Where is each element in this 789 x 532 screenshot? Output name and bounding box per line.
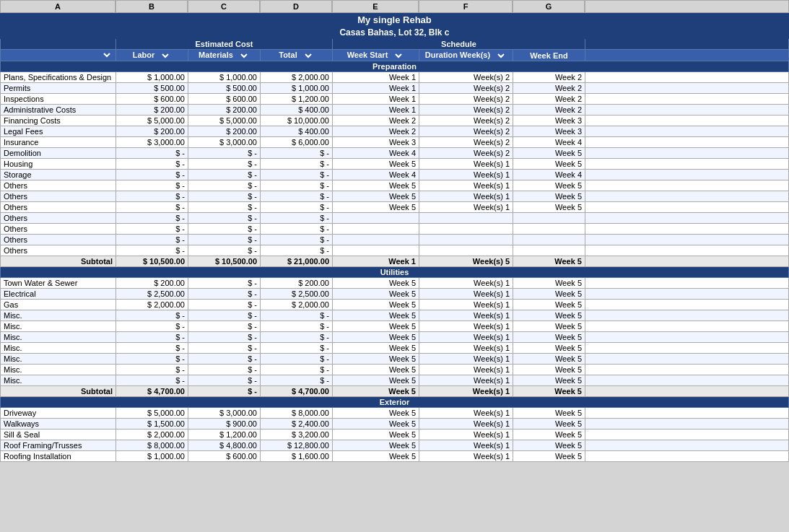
row-value: Week 5 [333, 343, 419, 354]
row-value: Week 5 [333, 289, 419, 300]
materials-dropdown[interactable] [235, 51, 250, 60]
table-row: Misc.$ -$ -$ -Week 5Week(s) 1Week 5 [1, 375, 789, 386]
row-value: Week(s) 1 [419, 300, 513, 310]
row-value [585, 94, 789, 105]
row-value: Week(s) 2 [419, 83, 513, 94]
row-value: $ 5,000.00 [116, 115, 188, 126]
name-filter-dropdown[interactable] [4, 51, 113, 60]
row-value: $ - [261, 159, 333, 170]
row-value: $ - [116, 202, 188, 213]
utilities-subtotal-label: Subtotal [1, 386, 116, 397]
row-name: Demolition [1, 148, 116, 159]
col-letter-f: F [419, 0, 513, 13]
row-value: Week 3 [513, 126, 585, 137]
row-name: Driveway [1, 408, 116, 419]
row-value: Week(s) 2 [419, 105, 513, 115]
row-value: Week(s) 2 [419, 137, 513, 148]
preparation-label: Preparation [1, 61, 789, 72]
row-value: $ 200.00 [261, 278, 333, 289]
row-value: Week 5 [333, 159, 419, 170]
row-value: $ - [116, 235, 188, 245]
row-value: $ - [261, 245, 333, 256]
exterior-label: Exterior [1, 397, 789, 408]
row-name: Permits [1, 83, 116, 94]
row-value: $ - [116, 159, 188, 170]
row-value [585, 148, 789, 159]
row-value: Week(s) 1 [419, 419, 513, 429]
row-value [585, 451, 789, 462]
labor-label: Labor [133, 51, 155, 59]
row-value: Week 1 [333, 72, 419, 83]
col-letter-e: E [332, 0, 419, 13]
row-value: Week 5 [333, 310, 419, 321]
table-row: Driveway$ 5,000.00$ 3,000.00$ 8,000.00We… [1, 408, 789, 419]
row-name: Roofing Installation [1, 451, 116, 462]
preparation-subtotal-extra [585, 256, 789, 267]
row-value: $ - [261, 375, 333, 386]
row-value: $ - [261, 235, 333, 245]
materials-header: Materials [188, 50, 261, 61]
row-value: Week(s) 1 [419, 321, 513, 332]
duration-dropdown[interactable] [492, 51, 507, 60]
labor-dropdown[interactable] [157, 51, 171, 60]
row-value [585, 191, 789, 202]
row-value: Week 5 [513, 310, 585, 321]
row-name: Misc. [1, 321, 116, 332]
row-value: Week(s) 2 [419, 148, 513, 159]
row-value: $ - [261, 148, 333, 159]
row-value [419, 245, 513, 256]
row-value: Week 5 [333, 440, 419, 451]
row-value [585, 332, 789, 343]
table-row: Sill & Seal$ 2,000.00$ 1,200.00$ 3,200.0… [1, 429, 789, 440]
row-value: Week(s) 1 [419, 343, 513, 354]
row-name: Roof Framing/Trusses [1, 440, 116, 451]
utilities-subtotal-labor: $ 4,700.00 [116, 386, 188, 397]
row-value: Week 5 [513, 278, 585, 289]
row-value: Week 5 [333, 278, 419, 289]
week-start-dropdown[interactable] [390, 51, 404, 60]
table-row: Others$ -$ -$ -Week 5Week(s) 1Week 5 [1, 180, 789, 191]
row-value: $ 400.00 [261, 126, 333, 137]
row-value: $ 200.00 [116, 105, 188, 115]
table-row: Others$ -$ -$ - [1, 245, 789, 256]
row-value: Week(s) 1 [419, 408, 513, 419]
row-value: Week 4 [333, 148, 419, 159]
row-value: $ - [116, 321, 188, 332]
utilities-subtotal-week-end: Week 5 [513, 386, 585, 397]
row-value: $ 600.00 [116, 94, 188, 105]
preparation-subtotal-materials: $ 10,500.00 [188, 256, 261, 267]
utilities-subtotal-week-start: Week 5 [333, 386, 419, 397]
row-name: Housing [1, 159, 116, 170]
table-row: Misc.$ -$ -$ -Week 5Week(s) 1Week 5 [1, 321, 789, 332]
row-value: Week(s) 1 [419, 354, 513, 365]
row-value [585, 375, 789, 386]
row-value: $ 2,400.00 [261, 419, 333, 429]
total-dropdown[interactable] [300, 51, 314, 60]
preparation-subtotal-week-end: Week 5 [513, 256, 585, 267]
row-value [585, 289, 789, 300]
row-value: $ - [188, 180, 261, 191]
row-value [585, 300, 789, 310]
row-value: Week 5 [513, 365, 585, 375]
row-value [333, 245, 419, 256]
row-value: $ 1,000.00 [261, 83, 333, 94]
preparation-subtotal-labor: $ 10,500.00 [116, 256, 188, 267]
row-value: Week 5 [513, 289, 585, 300]
row-value: Week 2 [513, 94, 585, 105]
row-name: Inspections [1, 94, 116, 105]
preparation-subtotal-week-start: Week 1 [333, 256, 419, 267]
row-name: Sill & Seal [1, 429, 116, 440]
utilities-subtotal-row: Subtotal $ 4,700.00 $ - $ 4,700.00 Week … [1, 386, 789, 397]
table-row: Misc.$ -$ -$ -Week 5Week(s) 1Week 5 [1, 365, 789, 375]
row-name: Financing Costs [1, 115, 116, 126]
row-value: Week(s) 1 [419, 365, 513, 375]
row-value [585, 224, 789, 235]
row-value: $ - [116, 365, 188, 375]
row-name: Misc. [1, 332, 116, 343]
row-value: $ - [116, 245, 188, 256]
utilities-subtotal-materials: $ - [188, 386, 261, 397]
row-value: Week 5 [513, 451, 585, 462]
row-value: $ - [188, 365, 261, 375]
row-value: Week 4 [513, 170, 585, 180]
row-value: $ - [261, 170, 333, 180]
